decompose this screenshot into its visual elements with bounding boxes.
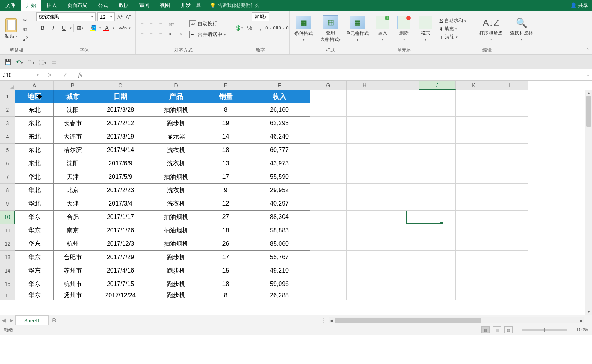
cell[interactable]: 2017/5/9	[92, 170, 149, 184]
cell[interactable]	[456, 211, 492, 224]
decrease-font-button[interactable]: A▾	[125, 14, 132, 20]
cell[interactable]	[492, 90, 528, 103]
clear-button[interactable]: ◫清除▾	[439, 34, 474, 40]
cell[interactable]	[419, 251, 456, 264]
cell[interactable]: 2017/1/17	[92, 211, 149, 224]
cancel-formula-button[interactable]: ✕	[47, 72, 52, 78]
column-header[interactable]: D	[149, 81, 203, 90]
menu-tab-审阅[interactable]: 审阅	[134, 0, 155, 11]
cell[interactable]	[383, 251, 419, 264]
scroll-right-icon[interactable]: ▶	[578, 318, 584, 323]
zoom-thumb[interactable]	[544, 328, 545, 332]
cell[interactable]	[456, 264, 492, 277]
cell[interactable]	[347, 103, 383, 117]
cell[interactable]: 华东	[15, 264, 54, 277]
chevron-down-icon[interactable]: ▾	[70, 26, 72, 30]
cell[interactable]	[456, 117, 492, 130]
cell[interactable]: 2017/7/29	[92, 251, 149, 264]
cell[interactable]	[310, 291, 347, 300]
bold-button[interactable]: B	[38, 24, 47, 32]
cell[interactable]	[347, 130, 383, 144]
cell[interactable]	[456, 197, 492, 211]
cell[interactable]: 产品	[149, 90, 203, 103]
cell[interactable]	[456, 103, 492, 117]
formula-input[interactable]	[88, 69, 583, 80]
cell[interactable]: 洗衣机	[149, 184, 203, 197]
scrollbar-thumb[interactable]	[586, 96, 591, 127]
menu-tab-数据[interactable]: 数据	[113, 0, 134, 11]
cell[interactable]	[419, 130, 456, 144]
decrease-indent-button[interactable]: ⇤	[167, 30, 175, 38]
row-header[interactable]: 14	[0, 264, 15, 277]
cell[interactable]	[492, 264, 528, 277]
cell[interactable]: 跑步机	[149, 117, 203, 130]
cell[interactable]: 2017/3/28	[92, 103, 149, 117]
cell[interactable]: 49,210	[249, 264, 310, 277]
cell[interactable]: 2017/3/4	[92, 197, 149, 211]
cell[interactable]: 抽油烟机	[149, 237, 203, 251]
cell[interactable]	[456, 224, 492, 237]
font-color-button[interactable]: A	[102, 24, 112, 32]
cell[interactable]: 12	[203, 197, 249, 211]
cell[interactable]	[419, 224, 456, 237]
cell[interactable]: 华东	[15, 277, 54, 291]
cell[interactable]: 59,096	[249, 277, 310, 291]
cell[interactable]: 2017/12/24	[92, 291, 149, 300]
cell[interactable]	[310, 130, 347, 144]
cell[interactable]: 2017/12/3	[92, 237, 149, 251]
cell[interactable]: 销量	[203, 90, 249, 103]
cell[interactable]: 18	[203, 144, 249, 157]
cell[interactable]: 天津	[54, 197, 92, 211]
enter-formula-button[interactable]: ✓	[63, 72, 67, 78]
number-format-select[interactable]: 常规 ▾	[252, 12, 269, 21]
redo-button[interactable]: ↷▾	[27, 59, 35, 65]
cell[interactable]	[456, 237, 492, 251]
cell[interactable]	[492, 224, 528, 237]
cell[interactable]: 19	[203, 117, 249, 130]
cell[interactable]: 17	[203, 170, 249, 184]
cell[interactable]	[347, 211, 383, 224]
cell[interactable]: 13	[203, 157, 249, 170]
cut-button[interactable]: ✂	[21, 16, 29, 24]
cell[interactable]	[492, 211, 528, 224]
cell[interactable]: 沈阳	[54, 103, 92, 117]
cell[interactable]	[492, 130, 528, 144]
column-header[interactable]: K	[456, 81, 492, 90]
cell[interactable]: 跑步机	[149, 251, 203, 264]
cell[interactable]: 洗衣机	[149, 144, 203, 157]
cell[interactable]	[492, 184, 528, 197]
align-left-button[interactable]: ≡	[138, 30, 146, 38]
cell[interactable]	[383, 264, 419, 277]
cell[interactable]	[310, 90, 347, 103]
cell[interactable]	[383, 157, 419, 170]
cell[interactable]	[419, 117, 456, 130]
cell[interactable]	[419, 237, 456, 251]
cell[interactable]: 55,767	[249, 251, 310, 264]
cell[interactable]: 29,952	[249, 184, 310, 197]
cell[interactable]: 18	[203, 224, 249, 237]
cell[interactable]: 9	[203, 184, 249, 197]
cell[interactable]: 27	[203, 211, 249, 224]
cell[interactable]: 2017/2/23	[92, 184, 149, 197]
cell[interactable]: 长春市	[54, 117, 92, 130]
collapse-ribbon-button[interactable]: ⌃	[586, 47, 590, 53]
cell[interactable]	[456, 130, 492, 144]
align-right-button[interactable]: ≡	[156, 30, 165, 38]
cell[interactable]: 哈尔滨	[54, 144, 92, 157]
cell[interactable]: 收入	[249, 90, 310, 103]
cell[interactable]: 85,060	[249, 237, 310, 251]
cell[interactable]: 东北	[15, 103, 54, 117]
cell[interactable]: 8	[203, 103, 249, 117]
cell[interactable]	[310, 170, 347, 184]
scroll-left-icon[interactable]: ◀	[329, 318, 335, 323]
align-top-button[interactable]: ≡	[138, 20, 146, 28]
cell[interactable]: 2017/4/14	[92, 144, 149, 157]
horizontal-scrollbar[interactable]: ◀ ▶	[329, 317, 584, 323]
format-painter-button[interactable]: 🖌	[21, 35, 29, 42]
cell[interactable]	[492, 237, 528, 251]
cell[interactable]: 东北	[15, 157, 54, 170]
cell[interactable]	[310, 264, 347, 277]
cell[interactable]	[310, 237, 347, 251]
cell[interactable]: 2017/7/15	[92, 277, 149, 291]
font-name-select[interactable]: 微软雅黑 ▾	[36, 12, 96, 21]
